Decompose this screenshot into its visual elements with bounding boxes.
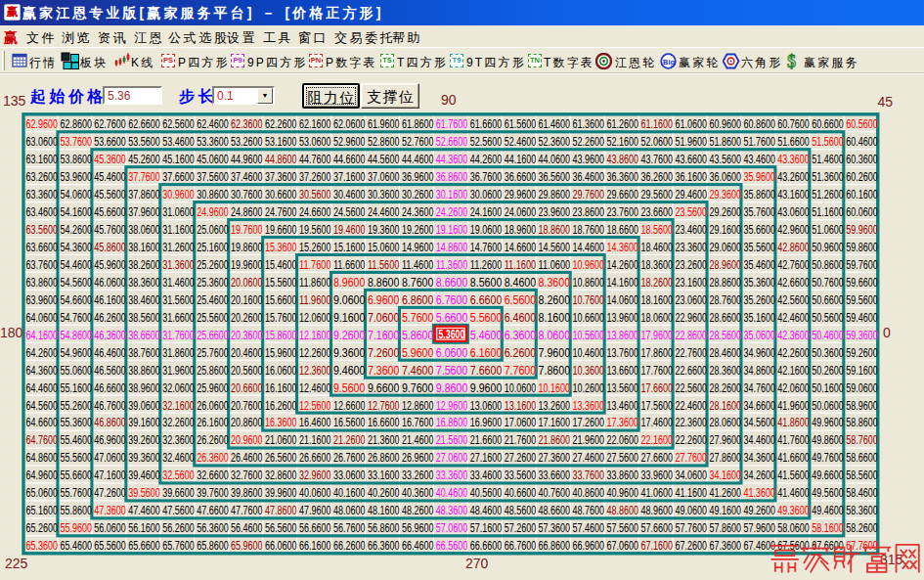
svg-text:54.2600: 54.2600 (60, 223, 92, 237)
svg-text:7.6600: 7.6600 (470, 364, 503, 378)
svg-text:37.7600: 37.7600 (128, 170, 160, 184)
svg-text:61.6600: 61.6600 (470, 117, 503, 131)
svg-text:62.8600: 62.8600 (60, 117, 92, 131)
svg-text:64.1600: 64.1600 (25, 329, 58, 342)
svg-text:29.7600: 29.7600 (573, 188, 605, 201)
svg-text:61.1600: 61.1600 (641, 117, 674, 131)
svg-text:35.5600: 35.5600 (743, 241, 775, 254)
svg-text:90: 90 (441, 92, 457, 108)
svg-text:20.5600: 20.5600 (231, 364, 263, 378)
svg-text:10.9600: 10.9600 (573, 258, 605, 272)
svg-text:54.6600: 54.6600 (60, 293, 92, 307)
svg-text:29.5600: 29.5600 (641, 188, 674, 201)
svg-text:37.5600: 37.5600 (197, 170, 229, 184)
svg-text:44.1600: 44.1600 (505, 153, 537, 166)
svg-text:32.2600: 32.2600 (162, 416, 195, 429)
svg-text:45.7600: 45.7600 (94, 223, 126, 237)
svg-text:57.0600: 57.0600 (436, 521, 468, 535)
svg-text:43.2600: 43.2600 (777, 170, 810, 184)
svg-text:15.6600: 15.6600 (265, 293, 297, 307)
svg-text:56.6600: 56.6600 (299, 521, 331, 535)
svg-text:60.1600: 60.1600 (846, 188, 878, 201)
svg-text:31.6600: 31.6600 (162, 311, 195, 325)
svg-text:61.3600: 61.3600 (573, 117, 605, 131)
svg-text:28.2600: 28.2600 (709, 381, 741, 395)
svg-text:54.0600: 54.0600 (60, 188, 92, 201)
svg-text:67.2600: 67.2600 (676, 539, 708, 553)
svg-text:24.2600: 24.2600 (436, 205, 468, 219)
svg-text:60.6600: 60.6600 (812, 117, 844, 131)
svg-text:17.0600: 17.0600 (505, 416, 537, 429)
svg-text:10.1600: 10.1600 (539, 381, 571, 395)
svg-text:65.3600: 65.3600 (25, 539, 58, 553)
svg-text:46.5600: 46.5600 (94, 364, 126, 378)
svg-text:41.6600: 41.6600 (777, 451, 810, 465)
svg-text:36.4600: 36.4600 (573, 170, 605, 184)
svg-text:51.7600: 51.7600 (743, 135, 775, 149)
svg-text:16.8600: 16.8600 (436, 416, 468, 429)
svg-text:65.6600: 65.6600 (128, 539, 160, 553)
svg-text:27.4600: 27.4600 (573, 451, 605, 465)
svg-text:22.8600: 22.8600 (676, 329, 708, 342)
svg-text:18.1600: 18.1600 (641, 293, 674, 307)
svg-text:12.2600: 12.2600 (299, 346, 331, 360)
svg-text:48.1600: 48.1600 (368, 504, 400, 517)
svg-text:59.2600: 59.2600 (846, 346, 878, 360)
svg-text:14.6600: 14.6600 (505, 241, 537, 254)
svg-text:15.5600: 15.5600 (265, 276, 297, 290)
svg-text:51.4600: 51.4600 (812, 153, 844, 166)
svg-text:15.9600: 15.9600 (265, 346, 297, 360)
svg-text:17.7600: 17.7600 (641, 364, 674, 378)
svg-text:39.1600: 39.1600 (128, 416, 160, 429)
svg-text:7.8600: 7.8600 (539, 364, 571, 378)
svg-text:25.4600: 25.4600 (197, 293, 229, 307)
svg-text:5.8600: 5.8600 (402, 329, 434, 342)
svg-text:15.4600: 15.4600 (265, 258, 297, 272)
svg-text:62.5600: 62.5600 (162, 117, 195, 131)
svg-text:32.7600: 32.7600 (231, 468, 263, 482)
svg-text:18.3600: 18.3600 (641, 258, 674, 272)
svg-text:9.7600: 9.7600 (402, 381, 434, 395)
svg-text:225: 225 (5, 556, 28, 571)
svg-text:27.7600: 27.7600 (676, 451, 708, 465)
svg-text:40.9600: 40.9600 (607, 486, 639, 500)
svg-text:40.8600: 40.8600 (573, 486, 605, 500)
svg-text:30.9600: 30.9600 (162, 188, 195, 201)
svg-text:45.6600: 45.6600 (94, 205, 126, 219)
svg-text:34.9600: 34.9600 (743, 346, 775, 360)
svg-text:31.4600: 31.4600 (162, 276, 195, 290)
svg-text:52.7600: 52.7600 (402, 135, 434, 149)
svg-text:66.0600: 66.0600 (265, 539, 297, 553)
svg-text:19.7600: 19.7600 (231, 223, 263, 237)
svg-text:Big: Big (663, 58, 676, 67)
svg-text:28.9600: 28.9600 (709, 258, 741, 272)
svg-text:67.1600: 67.1600 (641, 539, 674, 553)
svg-text:65.4600: 65.4600 (60, 539, 92, 553)
svg-text:44.7600: 44.7600 (299, 153, 331, 166)
svg-text:34.3600: 34.3600 (743, 451, 775, 465)
svg-text:52.8600: 52.8600 (368, 135, 400, 149)
svg-text:56.3600: 56.3600 (197, 521, 229, 535)
svg-text:36.2600: 36.2600 (641, 170, 674, 184)
svg-text:6.1600: 6.1600 (470, 346, 503, 360)
svg-text:52.9600: 52.9600 (333, 135, 366, 149)
svg-text:46.4600: 46.4600 (94, 346, 126, 360)
svg-text:16.2600: 16.2600 (265, 399, 297, 413)
svg-text:15.8600: 15.8600 (265, 329, 297, 342)
svg-text:55.4600: 55.4600 (60, 433, 92, 447)
svg-text:51.8600: 51.8600 (709, 135, 741, 149)
svg-text:18.9600: 18.9600 (505, 223, 537, 237)
svg-text:22.9600: 22.9600 (676, 311, 708, 325)
svg-text:58.9600: 58.9600 (846, 399, 878, 413)
svg-text:23.7600: 23.7600 (607, 205, 639, 219)
svg-text:64.0600: 64.0600 (25, 311, 58, 325)
svg-text:25.3600: 25.3600 (197, 276, 229, 290)
svg-text:31.3600: 31.3600 (162, 258, 195, 272)
svg-text:57.1600: 57.1600 (470, 521, 503, 535)
svg-text:32.0600: 32.0600 (162, 381, 195, 395)
svg-text:55.8600: 55.8600 (60, 504, 92, 517)
svg-text:37.4600: 37.4600 (231, 170, 263, 184)
svg-text:37.2600: 37.2600 (299, 170, 331, 184)
svg-text:45.4600: 45.4600 (94, 170, 126, 184)
svg-text:37.1600: 37.1600 (333, 170, 366, 184)
